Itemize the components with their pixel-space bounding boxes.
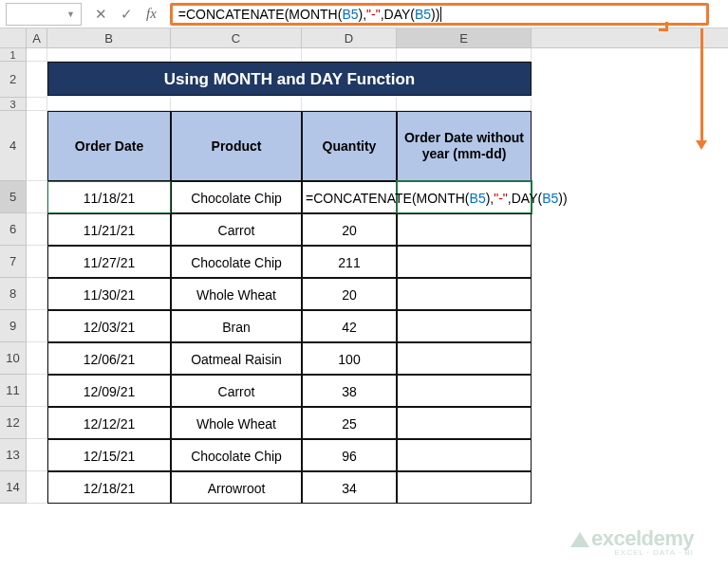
row-header[interactable]: 2 — [0, 62, 27, 98]
cell[interactable] — [397, 278, 532, 310]
row-7: 7 11/27/21 Chocolate Chip 211 — [0, 246, 728, 278]
cell[interactable]: Whole Wheat — [171, 278, 302, 310]
cell[interactable]: 34 — [302, 471, 397, 504]
cell[interactable]: 42 — [302, 310, 397, 342]
name-box[interactable]: ▼ — [6, 3, 82, 26]
row-header[interactable]: 4 — [0, 111, 27, 181]
cell[interactable] — [397, 246, 532, 278]
col-header-C[interactable]: C — [171, 28, 302, 47]
cell[interactable]: 12/09/21 — [47, 375, 171, 407]
cell[interactable]: Carrot — [171, 375, 302, 407]
cell[interactable] — [27, 48, 47, 62]
cell[interactable] — [27, 181, 47, 213]
cell[interactable] — [27, 310, 47, 342]
cancel-icon[interactable]: ✕ — [95, 6, 107, 23]
col-header-A[interactable]: A — [27, 28, 47, 47]
cell[interactable] — [47, 48, 171, 62]
cell[interactable] — [27, 111, 47, 181]
row-header[interactable]: 1 — [0, 48, 27, 62]
cell[interactable]: 11/27/21 — [47, 246, 171, 278]
cell[interactable] — [27, 342, 47, 375]
cell[interactable]: Whole Wheat — [171, 407, 302, 439]
cell[interactable] — [397, 310, 532, 342]
col-header-D[interactable]: D — [302, 28, 397, 47]
header-order-date[interactable]: Order Date — [47, 111, 171, 181]
cell-B5[interactable]: 11/18/21 — [47, 181, 171, 213]
cell[interactable]: 38 — [302, 375, 397, 407]
cell[interactable] — [171, 48, 302, 62]
row-header[interactable]: 11 — [0, 375, 27, 407]
cell[interactable]: Arrowroot — [171, 471, 302, 504]
row-header[interactable]: 13 — [0, 439, 27, 471]
col-header-E[interactable]: E — [397, 28, 532, 47]
row-header[interactable]: 9 — [0, 310, 27, 342]
cell-C5[interactable]: Chocolate Chip — [171, 181, 302, 213]
cell[interactable]: Carrot — [171, 213, 302, 246]
header-quantity[interactable]: Quantity — [302, 111, 397, 181]
cell[interactable]: 11/21/21 — [47, 213, 171, 246]
cell[interactable] — [27, 62, 47, 98]
formula-input[interactable]: =CONCATENATE(MONTH(B5),"-",DAY(B5)) — [170, 3, 709, 26]
cell[interactable]: Oatmeal Raisin — [171, 342, 302, 375]
cell[interactable]: Chocolate Chip — [171, 246, 302, 278]
cell[interactable] — [27, 471, 47, 504]
cell[interactable] — [171, 98, 302, 111]
header-product[interactable]: Product — [171, 111, 302, 181]
row-11: 11 12/09/21 Carrot 38 — [0, 375, 728, 407]
row-header[interactable]: 6 — [0, 213, 27, 246]
row-header[interactable]: 5 — [0, 181, 27, 213]
column-headers: A B C D E — [0, 28, 728, 48]
formula-token: B5 — [415, 7, 431, 22]
col-header-B[interactable]: B — [47, 28, 171, 47]
cell[interactable]: 20 — [302, 278, 397, 310]
cell[interactable] — [397, 98, 532, 111]
cell-D5[interactable]: =CONCATENATE(MONTH(B5),"-",DAY(B5)) — [302, 181, 397, 213]
cell[interactable] — [27, 407, 47, 439]
fx-icon[interactable]: fx — [146, 6, 157, 22]
watermark-brand: exceldemy — [591, 526, 694, 550]
cell[interactable] — [397, 439, 532, 471]
cell[interactable] — [47, 98, 171, 111]
cell[interactable]: 25 — [302, 407, 397, 439]
cell[interactable] — [27, 278, 47, 310]
cell[interactable]: 211 — [302, 246, 397, 278]
cell[interactable]: 12/15/21 — [47, 439, 171, 471]
cell[interactable]: 12/06/21 — [47, 342, 171, 375]
row-header[interactable]: 7 — [0, 246, 27, 278]
cell[interactable] — [397, 213, 532, 246]
chevron-down-icon[interactable]: ▼ — [66, 9, 75, 19]
cell[interactable]: Bran — [171, 310, 302, 342]
cell[interactable] — [27, 98, 47, 111]
cell[interactable]: 96 — [302, 439, 397, 471]
cell[interactable]: Chocolate Chip — [171, 439, 302, 471]
cell[interactable] — [27, 246, 47, 278]
cell[interactable]: 11/30/21 — [47, 278, 171, 310]
merged-title-cell[interactable]: Using MONTH and DAY Function — [47, 62, 532, 96]
row-header[interactable]: 3 — [0, 98, 27, 111]
cell[interactable] — [397, 375, 532, 407]
formula-token: B5 — [342, 7, 358, 22]
header-result[interactable]: Order Date without year (mm-dd) — [397, 111, 532, 181]
cell[interactable]: 100 — [302, 342, 397, 375]
cell[interactable] — [397, 342, 532, 375]
row-header[interactable]: 10 — [0, 342, 27, 375]
cell[interactable] — [27, 375, 47, 407]
cell[interactable]: 20 — [302, 213, 397, 246]
select-all-corner[interactable] — [0, 28, 27, 47]
enter-icon[interactable]: ✓ — [121, 6, 133, 23]
cell[interactable] — [397, 471, 532, 504]
cell[interactable] — [27, 213, 47, 246]
cell[interactable] — [302, 48, 397, 62]
cell[interactable] — [27, 439, 47, 471]
cell[interactable]: 12/03/21 — [47, 310, 171, 342]
callout-corner — [659, 22, 668, 31]
cell[interactable] — [397, 48, 532, 62]
cell[interactable]: 12/12/21 — [47, 407, 171, 439]
row-header[interactable]: 12 — [0, 407, 27, 439]
row-5: 5 11/18/21 Chocolate Chip =CONCATENATE(M… — [0, 181, 728, 213]
cell[interactable] — [397, 407, 532, 439]
row-header[interactable]: 14 — [0, 471, 27, 504]
cell[interactable]: 12/18/21 — [47, 471, 171, 504]
row-header[interactable]: 8 — [0, 278, 27, 310]
cell[interactable] — [302, 98, 397, 111]
